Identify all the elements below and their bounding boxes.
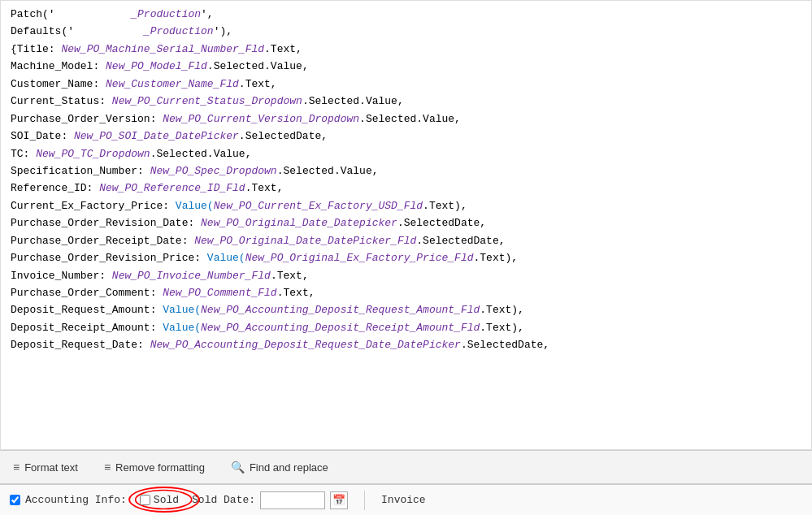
sold-date-input[interactable]: [260, 491, 325, 509]
invoice-label: Invoice: [381, 494, 426, 506]
table-row: Deposit_Request_Amount: Value(New_PO_Acc…: [11, 301, 805, 318]
table-row: SOI_Date: New_PO_SOI_Date_DatePicker.Sel…: [11, 128, 805, 145]
find-replace-label: Find and replace: [250, 461, 328, 474]
format-text-button[interactable]: ≡ Format text: [8, 457, 83, 477]
table-row: Deposit_Request_Date: New_PO_Accounting_…: [11, 336, 805, 353]
sold-date-label: Sold Date:: [192, 494, 255, 506]
accounting-info-checkbox[interactable]: [10, 495, 20, 505]
table-row: {Title: New_PO_Machine_Serial_Number_Fld…: [11, 41, 805, 58]
calendar-icon-button[interactable]: 📅: [330, 491, 348, 509]
table-row: Patch(' _Production',: [11, 6, 805, 23]
remove-formatting-label: Remove formatting: [115, 461, 205, 474]
code-editor[interactable]: Patch(' _Production',Defaults(' _Product…: [0, 0, 812, 450]
accounting-info-label: Accounting Info:: [25, 494, 127, 506]
sold-item: Sold: [140, 494, 179, 506]
editor-toolbar: ≡ Format text ≡ Remove formatting 🔍 Find…: [0, 450, 812, 484]
format-text-icon: ≡: [13, 461, 20, 474]
sold-label: Sold: [154, 494, 179, 506]
table-row: Reference_ID: New_PO_Reference_ID_Fld.Te…: [11, 180, 805, 197]
find-replace-icon: 🔍: [231, 461, 245, 474]
format-text-label: Format text: [24, 461, 78, 474]
remove-formatting-button[interactable]: ≡ Remove formatting: [99, 457, 210, 477]
table-row: Defaults(' _Production'),: [11, 23, 805, 40]
table-row: Deposit_Receipt_Amount: Value(New_PO_Acc…: [11, 319, 805, 336]
calendar-icon: 📅: [332, 494, 345, 506]
remove-formatting-icon: ≡: [104, 461, 111, 474]
find-replace-button[interactable]: 🔍 Find and replace: [226, 457, 333, 477]
table-row: Specification_Number: New_PO_Spec_Dropdo…: [11, 162, 805, 180]
invoice-item: Invoice: [381, 494, 426, 506]
table-row: Current_Status: New_PO_Current_Status_Dr…: [11, 93, 805, 110]
table-row: Purchase_Order_Version: New_PO_Current_V…: [11, 110, 805, 128]
table-row: Invoice_Number: New_PO_Invoice_Number_Fl…: [11, 267, 805, 284]
bottom-bar: Accounting Info: Sold Sold Date: 📅 Invoi…: [0, 484, 812, 515]
table-row: Machine_Model: New_PO_Model_Fld.Selected…: [11, 58, 805, 75]
table-row: Purchase_Order_Revision_Price: Value(New…: [11, 249, 805, 266]
table-row: Purchase_Order_Receipt_Date: New_PO_Orig…: [11, 232, 805, 249]
accounting-info-item: Accounting Info:: [10, 494, 127, 506]
sold-date-item: Sold Date: 📅: [192, 491, 348, 509]
divider: [364, 491, 365, 510]
table-row: Purchase_Order_Comment: New_PO_Comment_F…: [11, 284, 805, 301]
table-row: Customer_Name: New_Customer_Name_Fld.Tex…: [11, 76, 805, 93]
table-row: Purchase_Order_Revision_Date: New_PO_Ori…: [11, 214, 805, 232]
sold-checkbox[interactable]: [140, 495, 150, 505]
table-row: TC: New_PO_TC_Dropdown.Selected.Value,: [11, 145, 805, 162]
table-row: Current_Ex_Factory_Price: Value(New_PO_C…: [11, 197, 805, 214]
